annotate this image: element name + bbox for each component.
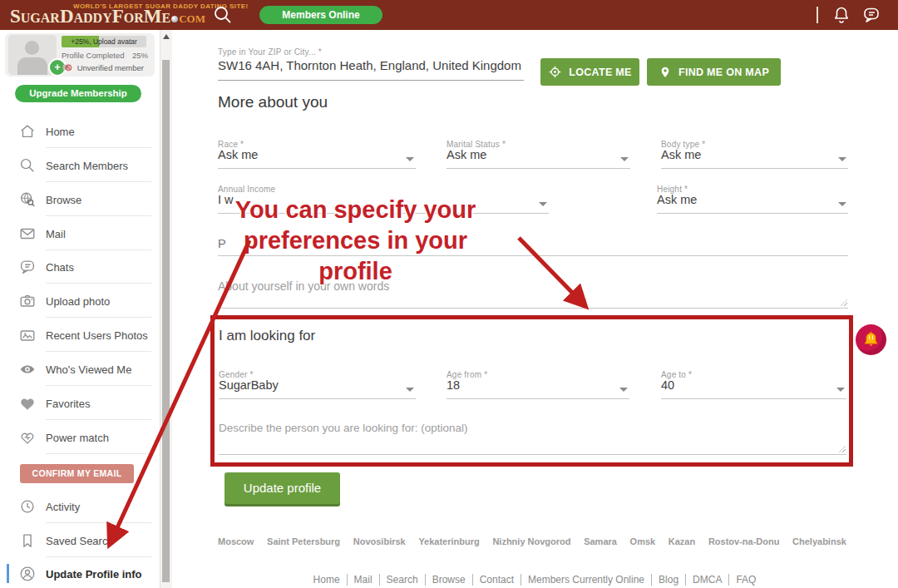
bookmark-icon <box>18 531 37 550</box>
sidebar-item-chats[interactable]: Chats <box>0 250 160 284</box>
header-search-icon[interactable] <box>213 5 233 25</box>
zip-city-field[interactable]: Type in Your ZIP or City... * SW16 4AH, … <box>218 43 524 81</box>
header-divider <box>817 7 818 23</box>
zip-city-label: Type in Your ZIP or City... * <box>218 47 322 57</box>
members-online-button[interactable]: Members Online <box>259 6 382 24</box>
body-type-select[interactable]: Body type * Ask me <box>661 136 848 169</box>
sidebar-item-saved-search[interactable]: Saved Search <box>0 523 160 557</box>
bell-icon <box>861 329 881 350</box>
sidebar-item-activity[interactable]: Activity <box>0 489 160 523</box>
sidebar-item-power-match[interactable]: Power match <box>0 420 160 454</box>
profile-completed-row: Profile Completed 25% <box>62 51 148 60</box>
power-match-icon <box>18 428 37 447</box>
upload-avatar-badge[interactable]: +25%, Upload avatar <box>62 36 146 47</box>
scrollbar-up-arrow-icon[interactable] <box>163 34 170 39</box>
find-me-on-map-button[interactable]: FIND ME ON MAP <box>647 58 781 86</box>
eye-icon <box>18 360 37 378</box>
site-logo[interactable]: SugarDaddyForMecom <box>10 7 205 27</box>
city-link[interactable]: Omsk <box>630 536 656 546</box>
heart-icon <box>18 394 37 413</box>
map-pin-icon <box>659 66 672 79</box>
dropdown-caret-icon[interactable] <box>620 157 629 161</box>
mail-icon <box>18 225 37 243</box>
sidebar-item-home[interactable]: Home <box>0 114 160 148</box>
top-header: WORLD'S LARGEST SUGAR DADDY DATING SITE!… <box>0 0 898 30</box>
sidebar-item-search-members[interactable]: Search Members <box>0 148 160 182</box>
locate-target-icon <box>548 65 562 79</box>
footer-link[interactable]: Mail <box>348 574 380 586</box>
footer-link[interactable]: Contact <box>473 574 521 586</box>
home-icon <box>18 122 37 141</box>
messages-chat-icon[interactable] <box>861 5 881 25</box>
race-select[interactable]: Race * Ask me <box>218 136 416 169</box>
sidebar-item-browse[interactable]: Browse <box>0 182 160 216</box>
annotation-text: You can specify your preferences in your… <box>200 195 511 287</box>
city-link[interactable]: Novosibirsk <box>353 536 406 546</box>
verification-status: Unverified member <box>62 62 144 72</box>
footer-link[interactable]: Search <box>380 574 426 586</box>
resize-handle-icon[interactable] <box>841 299 847 306</box>
locate-me-button[interactable]: LOCATE ME <box>540 58 639 86</box>
city-link[interactable]: Saint Petersburg <box>267 536 340 546</box>
looking-for-highlight-box <box>210 315 853 467</box>
active-item-indicator <box>7 564 9 583</box>
search-icon <box>18 156 37 175</box>
logo-dot-icon <box>171 16 178 22</box>
city-link[interactable]: Samara <box>584 536 617 546</box>
section-title: More about you <box>218 93 328 111</box>
camera-icon <box>18 292 37 310</box>
city-link[interactable]: Nizhniy Novgorod <box>492 536 570 546</box>
notification-bell-badge[interactable] <box>856 324 886 355</box>
dropdown-caret-icon[interactable] <box>406 157 414 161</box>
footer-link[interactable]: Blog <box>652 574 686 586</box>
height-select[interactable]: Height * Ask me <box>657 180 848 214</box>
city-links: MoscowSaint PetersburgNovosibirskYekater… <box>218 536 846 546</box>
zip-city-value[interactable]: SW16 4AH, Thornton Heath, England, Unite… <box>218 58 521 72</box>
sidebar-item-recent-photos[interactable]: Recent Users Photos <box>0 318 160 352</box>
confirm-email-button[interactable]: CONFIRM MY EMAIL <box>20 464 134 483</box>
footer-link[interactable]: Members Currently Online <box>521 574 652 586</box>
app-window: WORLD'S LARGEST SUGAR DADDY DATING SITE!… <box>0 0 898 588</box>
dropdown-caret-icon[interactable] <box>539 202 547 206</box>
profile-completed-value: 25% <box>132 51 148 60</box>
city-link[interactable]: Moscow <box>218 536 254 546</box>
footer-links: HomeMailSearchBrowseContactMembers Curre… <box>171 574 898 586</box>
sidebar: + +25%, Upload avatar Profile Completed … <box>0 30 160 588</box>
sidebar-item-whos-viewed-me[interactable]: Who's Viewed Me <box>0 352 160 386</box>
unverified-icon <box>62 62 72 72</box>
profile-completed-label: Profile Completed <box>62 51 125 60</box>
city-link[interactable]: Yekaterinburg <box>418 536 479 546</box>
footer-link[interactable]: DMCA <box>686 574 729 586</box>
city-link[interactable]: Chelyabinsk <box>792 536 846 546</box>
sidebar-item-mail[interactable]: Mail <box>0 216 160 250</box>
footer-link[interactable]: Browse <box>426 574 473 586</box>
sidebar-scrollbar-thumb[interactable] <box>162 60 170 582</box>
chat-bubble-icon <box>18 258 37 276</box>
marital-status-select[interactable]: Marital Status * Ask me <box>447 136 630 169</box>
clock-icon <box>18 497 37 516</box>
sidebar-item-update-profile-info[interactable]: Update Profile info <box>0 559 160 588</box>
sidebar-item-upload-photo[interactable]: Upload photo <box>0 284 160 318</box>
dropdown-caret-icon[interactable] <box>838 202 846 206</box>
profile-summary-card: + +25%, Upload avatar Profile Completed … <box>5 33 155 77</box>
notifications-bell-icon[interactable] <box>831 5 851 25</box>
footer-link[interactable]: Home <box>307 574 348 586</box>
upgrade-membership-button[interactable]: Upgrade Membership <box>15 85 141 102</box>
update-profile-button[interactable]: Update profile <box>224 472 340 504</box>
sidebar-item-favorites[interactable]: Favorites <box>0 386 160 420</box>
footer-link[interactable]: FAQ <box>729 574 762 586</box>
city-link[interactable]: Kazan <box>669 536 695 546</box>
globe-icon <box>18 190 37 209</box>
dropdown-caret-icon[interactable] <box>838 157 846 161</box>
person-icon <box>18 565 37 583</box>
photos-icon <box>18 326 37 344</box>
city-link[interactable]: Rostov-na-Donu <box>708 536 780 546</box>
